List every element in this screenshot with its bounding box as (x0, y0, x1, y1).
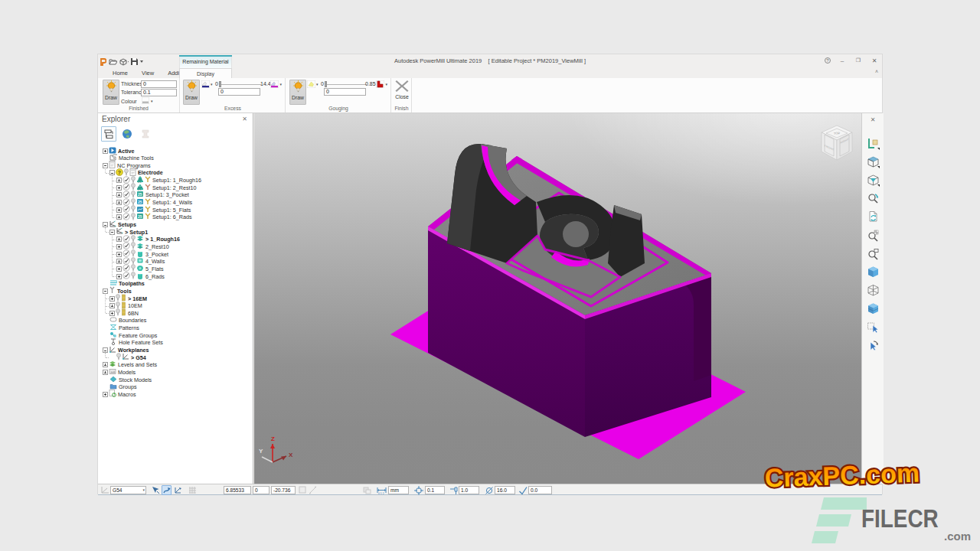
close-button[interactable]: ✕ (870, 57, 879, 64)
axes-mode-icon[interactable] (174, 486, 182, 494)
expand-plus-icon[interactable] (116, 178, 122, 183)
cursor-mode-button[interactable] (162, 485, 172, 495)
tree-item-label: 5_Flats (145, 266, 164, 272)
cursor-z-field[interactable]: -20.736 (271, 486, 296, 494)
expand-plus-icon[interactable] (116, 274, 122, 279)
svg-text:TOP: TOP (834, 131, 841, 135)
rotate-view-icon[interactable] (867, 339, 880, 352)
zoom-box-icon[interactable] (867, 247, 880, 260)
iso-view-icon[interactable] (867, 155, 880, 168)
tree-item-label: > 16EM (128, 295, 147, 302)
tool-diameter-field[interactable]: 16.0 (495, 486, 515, 494)
gouging-slider[interactable] (325, 83, 367, 86)
explorer-close-icon[interactable]: ✕ (242, 116, 247, 122)
expand-plus-icon[interactable] (103, 362, 108, 367)
shaded-wire-view-icon[interactable] (867, 302, 880, 315)
workplane-select[interactable]: G54 ▾ (110, 486, 146, 494)
clamp-icon[interactable] (138, 126, 153, 142)
cursor-x-field[interactable]: 6.85533 (224, 486, 251, 494)
expand-plus-icon[interactable] (116, 214, 122, 220)
zoom-detail-icon[interactable] (867, 229, 880, 242)
units-field[interactable]: mm (388, 486, 409, 494)
expand-plus-icon[interactable] (103, 370, 108, 375)
main-area: Explorer ✕ ActiveMachine ToolsNC Program… (98, 113, 882, 484)
refresh-icon[interactable] (867, 210, 880, 223)
thickness-input[interactable]: 0 (141, 80, 177, 88)
tab-view[interactable]: View (135, 68, 161, 78)
expand-plus-icon[interactable] (109, 296, 115, 302)
cursor-snap-icon[interactable] (152, 486, 160, 494)
excess-min-colour-swatch[interactable] (201, 80, 210, 88)
tree-item-6-rads[interactable]: 6_Rads (116, 272, 165, 280)
tree-item-setup1-6-rads[interactable]: 25Setup1: 6_Rads (116, 214, 192, 221)
expand-plus-icon[interactable] (116, 236, 122, 242)
view-cube[interactable]: TOP FRONT RIGHT (817, 122, 857, 165)
gouging-input[interactable]: 0 (324, 88, 366, 96)
measure-icon[interactable] (309, 486, 317, 494)
ribbon-group-finish: Close Finish (392, 78, 412, 112)
expand-plus-icon[interactable] (109, 311, 115, 316)
expand-plus-icon[interactable] (116, 252, 122, 257)
expand-plus-icon[interactable] (116, 207, 122, 213)
tree-view-icon[interactable] (101, 126, 116, 142)
expand-plus-icon[interactable] (116, 185, 122, 191)
excess-min-dropdown-icon[interactable]: ▾ (211, 82, 213, 86)
colour-label: Colour (121, 99, 137, 104)
finished-colour-swatch[interactable] (142, 97, 149, 104)
grid-icon[interactable] (188, 486, 197, 494)
gouging-draw-button[interactable]: Draw (289, 80, 306, 105)
gouging-min-dropdown-icon[interactable]: ▾ (316, 82, 318, 86)
svg-text:25: 25 (138, 214, 142, 219)
minimize-button[interactable]: – (838, 57, 847, 64)
zoom-fit-icon[interactable] (867, 192, 880, 205)
expand-plus-icon[interactable] (109, 303, 115, 308)
colour-dropdown-icon[interactable]: ▾ (151, 99, 153, 103)
tree-item-groups[interactable]: Groups (103, 383, 137, 391)
close-x-icon (395, 80, 409, 93)
tolerance-input[interactable]: 0.1 (141, 89, 177, 96)
tree-item-macros[interactable]: Macros (103, 390, 136, 398)
viewport-3d[interactable]: TOP FRONT RIGHT Z X Y (254, 113, 861, 484)
tree-item-label: Active (118, 148, 135, 155)
expand-plus-icon[interactable] (116, 259, 122, 264)
expand-plus-icon[interactable] (116, 192, 122, 197)
wireframe-view-icon[interactable] (867, 284, 880, 297)
tolerance-field[interactable]: 0.1 (425, 486, 445, 494)
globe-icon[interactable] (119, 126, 135, 142)
tab-home[interactable]: Home (106, 68, 135, 78)
collapse-ribbon-button[interactable]: ˄ (875, 69, 878, 74)
tree-item-label: 10EM (128, 302, 142, 309)
plan-view-icon[interactable] (867, 137, 880, 150)
gouging-max-dropdown-icon[interactable]: ▾ (386, 82, 388, 86)
select-box-icon[interactable] (867, 321, 880, 334)
excess-input[interactable]: 0 (218, 88, 260, 96)
tree-item-label: Stock Models (119, 377, 152, 383)
cursor-y-field[interactable]: 0 (253, 486, 270, 494)
tab-display[interactable]: Display (179, 68, 232, 79)
view-toolbar-close-icon[interactable]: ✕ (862, 116, 884, 123)
gouging-min-colour-swatch[interactable] (307, 80, 315, 88)
tree-item-patterns[interactable]: Patterns (103, 324, 139, 332)
expand-plus-icon[interactable] (116, 200, 122, 205)
restore-button[interactable]: ❐ (854, 57, 863, 64)
expand-plus-icon[interactable] (103, 148, 108, 154)
expand-plus-icon[interactable] (116, 244, 122, 249)
excess-slider[interactable] (219, 83, 261, 86)
finished-draw-button[interactable]: Draw (103, 80, 119, 105)
help-button[interactable]: ? (825, 57, 831, 64)
finish-close-button[interactable]: Close (393, 80, 411, 105)
relative-anchor-icon[interactable] (299, 486, 307, 494)
tree-item-models[interactable]: Models (103, 369, 136, 377)
tree-item-active[interactable]: Active (103, 147, 135, 155)
excess-max-dropdown-icon[interactable]: ▾ (280, 82, 283, 86)
gouging-max-colour-swatch[interactable] (376, 80, 384, 88)
excess-max-colour-swatch[interactable] (270, 80, 279, 88)
thickness-field[interactable]: 1.0 (459, 486, 479, 494)
excess-draw-button[interactable]: Draw (183, 80, 200, 105)
check-field[interactable]: 0.0 (528, 486, 552, 494)
shaded-view-icon[interactable] (867, 266, 880, 279)
expand-plus-icon[interactable] (103, 392, 108, 397)
svg-text:X: X (289, 452, 293, 458)
view-from-icon[interactable] (867, 174, 880, 187)
expand-plus-icon[interactable] (116, 266, 122, 272)
